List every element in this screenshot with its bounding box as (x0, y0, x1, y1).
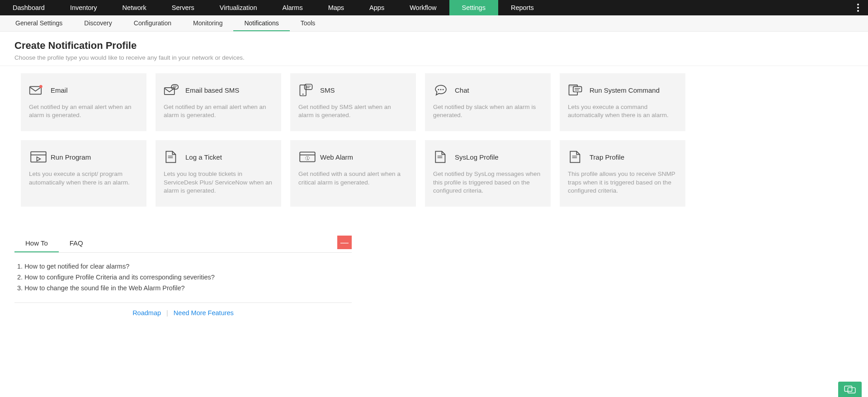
nav-network[interactable]: Network (110, 0, 159, 15)
profile-grid: Email Get notified by an email alert whe… (0, 66, 868, 216)
profile-desc: Lets you execute a command automatically… (568, 103, 677, 119)
svg-rect-19 (31, 152, 46, 162)
link-need-more-features[interactable]: Need More Features (174, 309, 234, 317)
help-body: How to get notified for clear alarms? Ho… (14, 253, 352, 302)
help-footer: Roadmap | Need More Features (14, 302, 352, 330)
nav-workflow[interactable]: Workflow (397, 0, 449, 15)
profile-desc: This profile allows you to receive SNMP … (568, 170, 677, 195)
profile-title: Log a Ticket (185, 153, 222, 161)
chat-bubble-icon (433, 83, 448, 97)
syslog-icon (433, 150, 448, 164)
help-section: How To FAQ — How to get notified for cle… (14, 234, 352, 330)
profile-title: SMS (320, 86, 335, 94)
profile-card-trap[interactable]: Trap Profile This profile allows you to … (560, 140, 685, 207)
profile-title: Run Program (51, 153, 91, 161)
svg-rect-0 (30, 86, 42, 94)
sub-nav: General Settings Discovery Configuration… (0, 15, 868, 32)
top-nav: Dashboard Inventory Network Servers Virt… (0, 0, 868, 15)
nav-settings[interactable]: Settings (449, 0, 498, 15)
profile-card-chat[interactable]: Chat Get notified by slack when an alarm… (425, 73, 551, 131)
svg-point-13 (443, 89, 444, 90)
svg-point-7 (302, 94, 304, 95)
page-title: Create Notification Profile (14, 40, 854, 52)
profile-desc: Lets you execute a script/ program autom… (29, 170, 138, 186)
nav-reports[interactable]: Reports (498, 0, 547, 15)
email-sms-icon (164, 83, 179, 97)
run-program-icon (29, 150, 44, 164)
profile-title: Chat (455, 86, 469, 94)
svg-point-1 (39, 85, 42, 88)
profile-card-run-program[interactable]: Run Program Lets you execute a script/ p… (21, 140, 146, 207)
nav-servers[interactable]: Servers (159, 0, 207, 15)
profile-desc: Get notified by an email alert when an a… (164, 103, 273, 119)
profile-title: Email (51, 86, 68, 94)
nav-inventory[interactable]: Inventory (57, 0, 110, 15)
subnav-tools[interactable]: Tools (290, 15, 326, 31)
nav-virtualization[interactable]: Virtualization (207, 0, 270, 15)
email-icon (29, 83, 44, 97)
subnav-monitoring[interactable]: Monitoring (182, 15, 233, 31)
svg-rect-16 (573, 86, 582, 92)
nav-apps[interactable]: Apps (357, 0, 397, 15)
howto-item[interactable]: How to get notified for clear alarms? (17, 261, 349, 272)
svg-point-11 (438, 89, 439, 90)
nav-maps[interactable]: Maps (316, 0, 357, 15)
profile-title: Run System Command (590, 86, 660, 94)
profile-card-run-system-command[interactable]: Run System Command Lets you execute a co… (560, 73, 685, 131)
tab-howto[interactable]: How To (14, 234, 59, 252)
profile-desc: Get notified with a sound alert when a c… (298, 170, 408, 186)
subnav-notifications[interactable]: Notifications (233, 15, 289, 31)
profile-card-email[interactable]: Email Get notified by an email alert whe… (21, 73, 146, 131)
subnav-discovery[interactable]: Discovery (73, 15, 123, 31)
footer-separator: | (163, 309, 172, 317)
profile-card-web-alarm[interactable]: Web Alarm Get notified with a sound aler… (290, 140, 416, 207)
nav-alarms[interactable]: Alarms (270, 0, 316, 15)
kebab-menu-icon[interactable] (853, 0, 863, 15)
profile-title: Trap Profile (590, 153, 624, 161)
subnav-general-settings[interactable]: General Settings (5, 15, 73, 31)
nav-dashboard[interactable]: Dashboard (0, 0, 57, 15)
tab-faq[interactable]: FAQ (59, 234, 94, 252)
howto-item[interactable]: How to change the sound file in the Web … (17, 283, 349, 293)
collapse-button[interactable]: — (337, 236, 352, 249)
sms-icon (298, 83, 314, 97)
profile-desc: Lets you log trouble tickets in ServiceD… (164, 170, 273, 195)
page-subtitle: Choose the profile type you would like t… (14, 54, 854, 61)
profile-desc: Get notified by SMS alert when an alarm … (298, 103, 408, 119)
profile-title: Email based SMS (185, 86, 239, 94)
link-roadmap[interactable]: Roadmap (132, 309, 161, 317)
howto-item[interactable]: How to configure Profile Criteria and it… (17, 272, 349, 283)
subnav-configuration[interactable]: Configuration (123, 15, 182, 31)
profile-card-email-sms[interactable]: Email based SMS Get notified by an email… (156, 73, 281, 131)
profile-title: Web Alarm (320, 153, 353, 161)
profile-desc: Get notified by slack when an alarm is g… (433, 103, 542, 119)
trap-icon (568, 150, 583, 164)
page-header: Create Notification Profile Choose the p… (0, 32, 868, 66)
help-tabs: How To FAQ — (14, 234, 352, 253)
ticket-icon (164, 150, 179, 164)
profile-desc: Get notified by SysLog messages when thi… (433, 170, 542, 195)
profile-card-sms[interactable]: SMS Get notified by SMS alert when an al… (290, 73, 416, 131)
profile-card-log-ticket[interactable]: Log a Ticket Lets you log trouble ticket… (156, 140, 281, 207)
profile-desc: Get notified by an email alert when an a… (29, 103, 138, 119)
web-alarm-icon (298, 150, 314, 164)
system-command-icon (568, 83, 583, 97)
profile-card-syslog[interactable]: SysLog Profile Get notified by SysLog me… (425, 140, 551, 207)
svg-point-12 (440, 89, 442, 90)
svg-marker-21 (37, 157, 40, 161)
profile-title: SysLog Profile (455, 153, 499, 161)
